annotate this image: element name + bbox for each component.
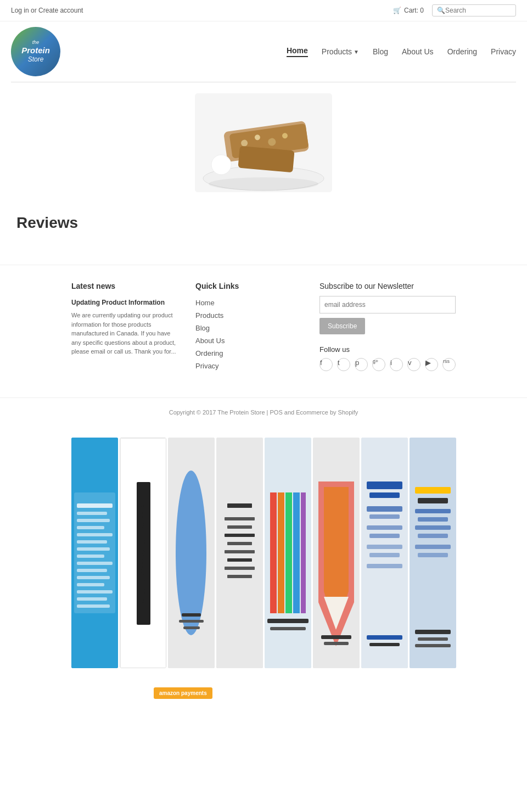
nav-products[interactable]: Products ▼ [322,47,359,56]
svg-rect-39 [227,542,252,545]
strip-item-8[interactable] [410,438,456,668]
svg-rect-78 [415,644,451,647]
svg-rect-60 [367,525,402,530]
follow-us-title: Follow us [319,345,456,354]
nav-blog[interactable]: Blog [373,47,388,56]
logo-store: Store [21,55,50,63]
svg-rect-22 [77,576,110,579]
footer-links-col: Quick Links Home Products Blog About Us … [195,282,303,376]
logo[interactable]: the Protein Store [11,27,60,76]
amazon-badge[interactable]: amazon payments [154,687,212,699]
svg-rect-71 [418,517,448,522]
logo-protein: Protein [21,46,50,55]
svg-rect-50 [267,619,309,623]
footer-grid: Latest news Updating Product Information… [71,282,456,376]
svg-rect-23 [77,583,104,586]
logo-area: the Protein Store [11,27,60,76]
footer-news-article-title[interactable]: Updating Product Information [71,299,179,306]
footer-news-col: Latest news Updating Product Information… [71,282,179,376]
nav-ordering[interactable]: Ordering [447,47,477,56]
footer-link-home[interactable]: Home [195,299,303,307]
footer-news-title: Latest news [71,282,179,290]
svg-rect-73 [418,534,448,538]
vimeo-icon[interactable]: v [407,358,421,371]
footer-link-about-us[interactable]: About Us [195,337,303,345]
main-nav: Home Products ▼ Blog About Us Ordering P… [287,46,516,57]
svg-rect-47 [285,492,292,613]
nav-home[interactable]: Home [287,46,308,57]
hero-product-image [195,93,332,192]
footer-link-ordering[interactable]: Ordering [195,349,303,357]
svg-rect-11 [74,492,115,613]
nav-privacy[interactable]: Privacy [491,47,516,56]
svg-rect-26 [77,604,110,608]
svg-rect-51 [270,627,306,630]
svg-rect-40 [225,550,255,553]
or-separator: or [29,7,38,14]
strip-item-4[interactable] [216,438,263,668]
svg-rect-17 [77,540,107,544]
rss-icon[interactable]: rss [442,358,456,371]
login-link[interactable]: Log in [11,7,29,14]
svg-rect-68 [415,487,451,494]
svg-rect-38 [225,534,255,537]
logo-the: the [21,40,50,46]
svg-rect-61 [369,534,400,538]
svg-rect-19 [77,555,104,558]
svg-point-1 [209,177,318,191]
instagram-icon[interactable]: i [390,358,403,371]
svg-rect-72 [415,525,451,530]
nav-about-us[interactable]: About Us [402,47,434,56]
svg-rect-43 [227,575,252,578]
strip-item-2[interactable] [120,438,166,668]
svg-rect-20 [77,562,113,565]
svg-rect-64 [367,564,402,568]
youtube-icon[interactable]: ▶ [425,358,438,371]
svg-point-8 [211,155,231,175]
search-input[interactable] [445,7,511,14]
footer-link-privacy[interactable]: Privacy [195,362,303,370]
cart-link[interactable]: 🛒 Cart: 0 [393,7,424,14]
strip-item-1[interactable] [71,438,118,668]
svg-rect-21 [77,569,107,572]
svg-rect-75 [418,553,448,557]
svg-rect-41 [227,558,252,562]
svg-rect-66 [369,643,400,646]
create-account-link[interactable]: Create account [38,7,83,14]
footer-link-products[interactable]: Products [195,311,303,320]
svg-rect-45 [270,492,277,613]
top-bar: Log in or Create account 🛒 Cart: 0 🔍 [0,0,527,21]
svg-rect-14 [77,519,110,522]
strip-item-7[interactable] [361,438,408,668]
pinterest-icon[interactable]: p [355,358,368,371]
follow-us-section: Follow us f t p g+ i v ▶ rss [319,345,456,376]
strip-item-3[interactable] [168,438,215,668]
twitter-icon[interactable]: t [337,358,350,371]
svg-rect-62 [367,545,402,549]
auth-links: Log in or Create account [11,7,83,14]
logo-text: the Protein Store [21,40,50,63]
svg-rect-31 [182,613,201,617]
footer-quick-links-title: Quick Links [195,282,303,290]
footer-news-article-body: We are currently updating our product in… [71,311,179,356]
strip-item-6[interactable] [313,438,360,668]
cart-icon: 🛒 [393,7,401,14]
svg-rect-35 [227,503,252,508]
footer-newsletter-col: Subscribe to our Newsletter Subscribe Fo… [319,282,456,376]
svg-rect-77 [418,637,448,641]
svg-rect-70 [415,509,451,513]
email-input[interactable] [319,296,456,313]
reviews-section: Reviews [0,203,527,254]
svg-rect-65 [367,635,402,640]
google-plus-icon[interactable]: g+ [372,358,385,371]
nav-products-label: Products [322,47,352,56]
subscribe-button[interactable]: Subscribe [319,318,365,334]
svg-rect-56 [367,481,402,489]
facebook-icon[interactable]: f [319,358,333,371]
svg-rect-53 [321,635,351,639]
strip-item-5[interactable] [265,438,311,668]
svg-rect-69 [418,498,448,503]
footer-link-blog[interactable]: Blog [195,324,303,332]
svg-rect-59 [369,514,400,519]
strip-inner [71,438,456,668]
